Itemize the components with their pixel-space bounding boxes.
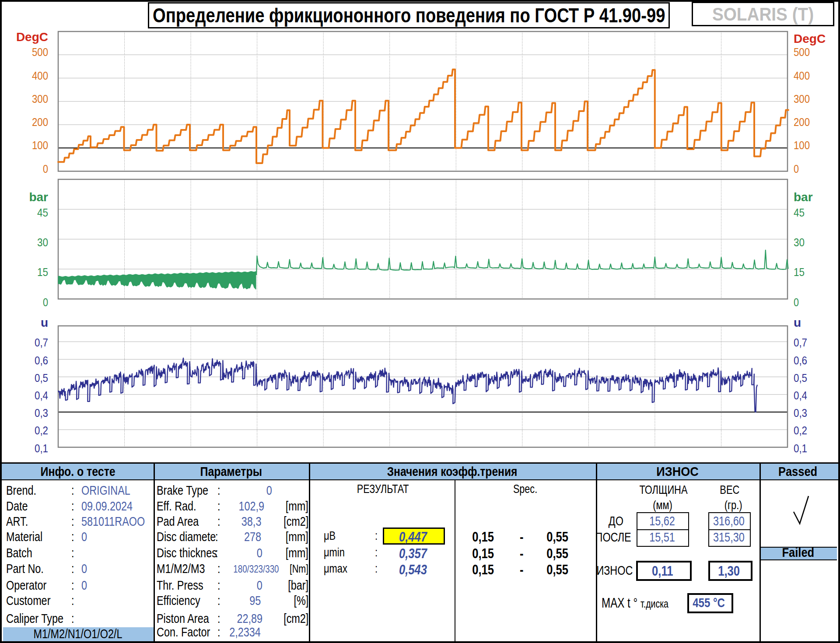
svg-text:300: 300 xyxy=(32,92,48,105)
svg-text:200: 200 xyxy=(794,115,810,129)
svg-text:bar: bar xyxy=(29,190,48,204)
svg-text:0,7: 0,7 xyxy=(35,336,48,349)
svg-text:bar: bar xyxy=(794,190,813,204)
svg-text:0,4: 0,4 xyxy=(794,389,807,402)
svg-text:0,1: 0,1 xyxy=(794,442,807,455)
svg-text:u: u xyxy=(41,316,48,329)
svg-text:100: 100 xyxy=(32,139,48,152)
svg-text:500: 500 xyxy=(794,45,810,59)
svg-text:0: 0 xyxy=(43,162,48,175)
svg-text:0,6: 0,6 xyxy=(35,354,48,367)
svg-text:0: 0 xyxy=(43,296,48,309)
svg-text:0,2: 0,2 xyxy=(794,424,807,437)
svg-text:0,7: 0,7 xyxy=(794,336,807,349)
svg-text:0,6: 0,6 xyxy=(794,354,807,367)
svg-text:0,5: 0,5 xyxy=(794,371,807,384)
svg-text:0,5: 0,5 xyxy=(35,371,48,384)
svg-text:100: 100 xyxy=(794,139,810,152)
svg-text:DegC: DegC xyxy=(16,30,48,44)
svg-text:0: 0 xyxy=(794,162,799,175)
svg-text:200: 200 xyxy=(32,115,48,129)
svg-text:0,3: 0,3 xyxy=(794,406,807,419)
svg-text:45: 45 xyxy=(37,206,48,219)
svg-text:0,3: 0,3 xyxy=(35,406,48,419)
svg-text:0,2: 0,2 xyxy=(35,424,48,437)
svg-text:400: 400 xyxy=(794,69,810,82)
svg-text:45: 45 xyxy=(794,206,805,219)
svg-text:15: 15 xyxy=(37,266,48,279)
svg-text:400: 400 xyxy=(32,69,48,82)
svg-text:15: 15 xyxy=(794,266,805,279)
svg-text:500: 500 xyxy=(32,45,48,59)
svg-text:0,1: 0,1 xyxy=(35,442,48,455)
svg-text:30: 30 xyxy=(794,236,805,249)
svg-text:30: 30 xyxy=(37,236,48,249)
svg-text:DegC: DegC xyxy=(794,32,826,45)
svg-text:u: u xyxy=(794,316,801,329)
svg-text:300: 300 xyxy=(794,92,810,105)
svg-text:0: 0 xyxy=(794,296,799,309)
svg-text:0,4: 0,4 xyxy=(35,389,48,402)
